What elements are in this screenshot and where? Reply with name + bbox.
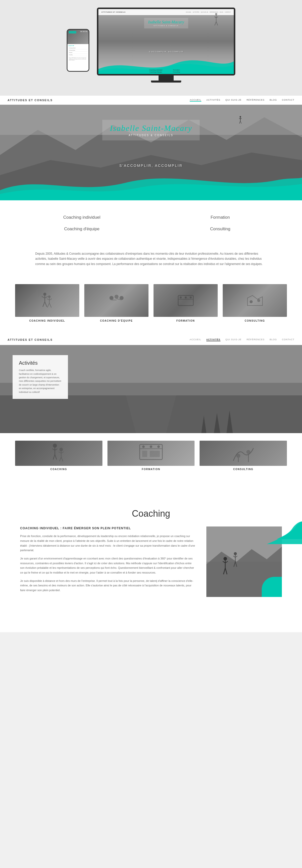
nav-link-activites[interactable]: ACTIVITÉS: [206, 99, 220, 102]
activities-navbar: ATTITUDES ET CONSEILS ACCUEIL ACTIVITÉS …: [0, 335, 302, 345]
svg-line-58: [61, 457, 63, 461]
service-formation[interactable]: Formation: [163, 213, 277, 222]
activities-photos: COACHING FORMATION: [0, 433, 302, 478]
activity-label-consulting: CONSULTING: [245, 319, 265, 322]
coaching-body-2: Je suis garant d'un environnement d'appr…: [20, 556, 196, 575]
svg-line-21: [45, 302, 47, 307]
svg-point-63: [157, 445, 160, 448]
svg-line-55: [59, 452, 61, 453]
act-photo-formation: [108, 441, 195, 466]
activities-hero: Activités Coach certifiée, formatrice ag…: [0, 345, 302, 433]
svg-line-24: [47, 299, 49, 300]
act-col-coaching[interactable]: COACHING: [15, 441, 102, 471]
act-col-formation[interactable]: FORMATION: [108, 441, 195, 471]
nav-link-accueil[interactable]: ACCUEIL: [190, 99, 201, 102]
svg-line-18: [42, 297, 45, 298]
service-consulting[interactable]: Consulting: [163, 224, 277, 234]
hero-logo-box: Isabelle Saint-Macary ATTITUDES & CONSEI…: [102, 120, 200, 141]
svg-rect-65: [150, 451, 155, 457]
act-photo-label-consulting: CONSULTING: [200, 468, 287, 471]
svg-line-56: [61, 452, 64, 453]
svg-point-39: [257, 299, 260, 302]
svg-point-36: [185, 297, 187, 299]
svg-point-61: [142, 445, 145, 448]
hero-logo-text: Isabelle Saint-Macary: [110, 124, 192, 133]
activity-images: COACHING INDIVIDUEL COACHING D'ÉQUIPE: [0, 277, 302, 324]
svg-point-22: [48, 296, 51, 298]
svg-line-27: [49, 303, 51, 308]
activity-img-formation: [153, 284, 218, 317]
act-nav-blog[interactable]: BLOG: [270, 338, 277, 341]
activities-info-title: Activités: [19, 360, 62, 366]
hero-logo-sub: ATTITUDES & CONSEILS: [110, 134, 192, 137]
activity-card-formation[interactable]: FORMATION: [153, 284, 218, 322]
activity-card-coaching-individuel[interactable]: COACHING INDIVIDUEL: [15, 284, 79, 322]
hero-navbar: ATTITUDES ET CONSEILS ACCUEIL ACTIVITÉS …: [0, 96, 302, 105]
svg-point-67: [236, 454, 240, 458]
services-grid: Coaching individuel Formation Coaching d…: [0, 200, 302, 246]
svg-point-80: [234, 552, 237, 555]
svg-line-5: [216, 22, 218, 25]
svg-line-57: [59, 457, 61, 461]
section-activities-page: ATTITUDES ET CONSEILS ACCUEIL ACTIVITÉS …: [0, 335, 302, 498]
activity-card-coaching-equipe[interactable]: COACHING D'ÉQUIPE: [84, 284, 149, 322]
svg-line-51: [53, 455, 55, 460]
monitor-screen: ATTITUDES ET CONSEILS ACCUEIL ACTIVITÉS …: [97, 7, 235, 75]
about-section: Depuis 2005, Attitudes & Conseils accomp…: [0, 246, 302, 277]
activity-img-coaching-equipe: [84, 284, 149, 317]
coaching-title: Coaching: [0, 508, 302, 519]
divider-1: [0, 324, 302, 335]
nav-link-contact[interactable]: CONTACT: [282, 99, 295, 102]
bottom-padding: [0, 597, 302, 617]
svg-point-53: [59, 448, 63, 451]
monitor-mockup: ATTITUDES ET CONSEILS ACCUEIL ACTIVITÉS …: [97, 7, 235, 88]
act-nav-accueil[interactable]: ACCUEIL: [190, 338, 201, 341]
svg-line-25: [49, 299, 52, 300]
svg-line-2: [214, 17, 216, 18]
svg-line-4: [215, 22, 216, 25]
nav-links: ACCUEIL ACTIVITÉS QUI SUIS-JE RÉFÉRENCES…: [190, 99, 295, 102]
nav-link-references[interactable]: RÉFÉRENCES: [247, 99, 265, 102]
act-photo-label-coaching: COACHING: [15, 468, 102, 471]
act-nav-activites[interactable]: ACTIVITÉS: [206, 338, 220, 341]
monitor-stand: [158, 75, 174, 81]
act-nav-references[interactable]: RÉFÉRENCES: [247, 338, 265, 341]
coaching-body-3: Je suis disponible à distance et hors de…: [20, 579, 196, 593]
activities-brand-name: ATTITUDES ET CONSEILS: [7, 338, 53, 341]
hero-tagline: S'ACCOMPLIR, ACCOMPLIR: [119, 163, 183, 167]
coaching-text-col: COACHING INDIVIDUEL : FAIRE ÉMERGER SON …: [20, 526, 196, 597]
activity-label-coaching-individuel: COACHING INDIVIDUEL: [29, 319, 65, 322]
phone-mockup: Isabelle SM Coaching individuel Coaching…: [67, 29, 89, 72]
svg-point-62: [150, 445, 152, 448]
nav-link-blog[interactable]: BLOG: [270, 99, 277, 102]
svg-line-26: [47, 303, 49, 308]
activity-img-consulting: [223, 284, 287, 317]
svg-rect-66: [155, 451, 160, 457]
act-photo-coaching: [15, 441, 102, 466]
svg-point-16: [43, 293, 46, 296]
phone-screen: Isabelle SM Coaching individuel Coaching…: [67, 30, 89, 71]
svg-line-52: [55, 455, 57, 460]
svg-point-10: [240, 116, 241, 118]
svg-point-35: [180, 297, 182, 299]
svg-line-19: [45, 297, 48, 298]
svg-point-28: [110, 296, 114, 300]
service-coaching-equipe[interactable]: Coaching d'équipe: [25, 224, 139, 234]
activity-card-consulting[interactable]: CONSULTING: [223, 284, 287, 322]
monitor-base: [151, 81, 181, 83]
about-text: Depuis 2005, Attitudes & Conseils accomp…: [35, 251, 267, 267]
act-col-consulting[interactable]: CONSULTING: [200, 441, 287, 471]
act-nav-contact[interactable]: CONTACT: [282, 338, 295, 341]
svg-line-3: [216, 17, 218, 18]
section-website-hero: ATTITUDES ET CONSEILS ACCUEIL ACTIVITÉS …: [0, 96, 302, 335]
activity-img-coaching-individuel: [15, 284, 79, 317]
activities-nav-links: ACCUEIL ACTIVITÉS QUI SUIS-JE RÉFÉRENCES…: [190, 338, 295, 341]
nav-link-quisuisje[interactable]: QUI SUIS-JE: [225, 99, 242, 102]
svg-point-37: [190, 297, 192, 299]
svg-rect-64: [142, 451, 147, 457]
brand-name: ATTITUDES ET CONSEILS: [7, 99, 53, 102]
service-coaching-individuel[interactable]: Coaching individuel: [25, 213, 139, 222]
svg-point-74: [223, 557, 227, 560]
act-nav-quisuisje[interactable]: QUI SUIS-JE: [225, 338, 242, 341]
section-coaching-page: Coaching COACHING INDIVIDUEL : FAIRE ÉME…: [0, 498, 302, 632]
